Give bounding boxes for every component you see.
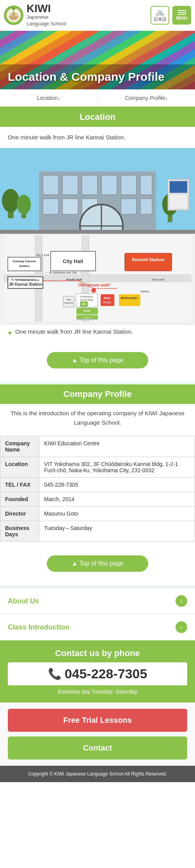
svg-rect-20	[62, 199, 78, 214]
svg-text:McDonald's: McDonald's	[121, 296, 138, 300]
jp-label: 日本語	[154, 16, 167, 22]
svg-text:Chūōdairoku: Chūōdairoku	[80, 295, 93, 298]
table-value: Masumu Goto	[39, 507, 195, 521]
svg-text:One minute walk!: One minute walk!	[78, 283, 110, 287]
bullet-icon: ●	[8, 329, 12, 337]
svg-rect-44	[125, 253, 172, 271]
hero-title: Location & Company Profile	[8, 70, 187, 84]
svg-text:Furo-chō: Furo-chō	[152, 278, 165, 281]
location-section: Location One minute walk from JR line Ka…	[0, 107, 195, 382]
svg-rect-31	[170, 181, 187, 193]
table-row: TEL / FAX 045-228-7305	[0, 478, 195, 492]
hero-image: Location & Company Profile	[0, 31, 195, 89]
table-row: Founded March, 2014	[0, 492, 195, 507]
svg-point-9	[2, 189, 19, 212]
menu-button[interactable]: MENU	[172, 6, 191, 25]
table-row: Location VIT Yokohama 302, 3F Chūōdairok…	[0, 457, 195, 478]
svg-rect-27	[0, 230, 195, 234]
accordion-class-arrow: ›	[176, 621, 187, 633]
table-value: Tuesday～Saturday	[39, 521, 195, 542]
svg-rect-17	[121, 175, 136, 195]
table-row: Business Days Tuesday～Saturday	[0, 521, 195, 542]
company-description: This is the introduction of the operatin…	[0, 404, 195, 432]
svg-text:Japanese Language: Japanese Language	[76, 313, 99, 316]
svg-text:KIWI: KIWI	[83, 309, 90, 313]
table-row: Company Name KIWI Education Centre	[0, 436, 195, 457]
chevron-right-icon-2: ›	[180, 624, 182, 631]
building-svg	[0, 148, 195, 234]
accordion-class-label: Class Introduction	[8, 623, 69, 631]
svg-rect-16	[101, 175, 117, 195]
tab-location[interactable]: Location↓	[0, 89, 98, 107]
phone-number: 045-228-7305	[65, 666, 147, 681]
hero-overlay: Location & Company Profile	[0, 64, 195, 89]
accordion-about-us[interactable]: About Us ›	[0, 588, 195, 614]
location-top-btn[interactable]: ▲ Top of this page	[47, 352, 148, 368]
table-row: Director Masumu Goto	[0, 507, 195, 521]
footer-text: Copyright © KIWI Japanese Language Schoo…	[28, 771, 167, 777]
svg-rect-19	[43, 199, 58, 214]
svg-text:Burger: Burger	[103, 301, 112, 304]
svg-text:(inside VIT Yokohama): (inside VIT Yokohama)	[76, 318, 98, 320]
company-section: Company Profile This is the introduction…	[0, 384, 195, 585]
logo: KIWI Japanese Language School	[4, 3, 66, 27]
svg-point-6	[12, 7, 15, 10]
logo-sub: Japanese Language School	[27, 14, 66, 27]
table-label: Location	[0, 457, 39, 478]
svg-text:Mos: Mos	[104, 296, 111, 300]
header: KIWI Japanese Language School 🚲 日本語 MENU	[0, 0, 195, 31]
business-days: Business day Tuesday- Saturday	[8, 688, 187, 695]
svg-text:machine: machine	[64, 302, 73, 304]
table-label: TEL / FAX	[0, 478, 39, 492]
kiwi-logo-icon	[4, 5, 23, 25]
table-value: March, 2014	[39, 492, 195, 507]
table-value: VIT Yokohama 302, 3F Chūōdairoku Kannai …	[39, 457, 195, 478]
company-table: Company Name KIWI Education Centre Locat…	[0, 436, 195, 542]
company-top-btn-wrap: ▲ Top of this page	[0, 546, 195, 585]
accordion-class-intro[interactable]: Class Introduction ›	[0, 614, 195, 640]
svg-point-4	[15, 13, 18, 16]
header-right: 🚲 日本語 MENU	[151, 6, 191, 25]
contact-button[interactable]: Contact	[8, 736, 187, 760]
accordion-about-arrow: ›	[176, 595, 187, 607]
table-label: Director	[0, 507, 39, 521]
svg-rect-23	[140, 199, 152, 214]
svg-text:→ To Ishikawa-chō Sta. →: → To Ishikawa-chō Sta. →	[45, 271, 82, 274]
svg-text:Kannai Bldg: Kannai Bldg	[80, 299, 93, 301]
phone-row: 📞 045-228-7305	[8, 662, 187, 685]
jp-button[interactable]: 🚲 日本語	[151, 6, 169, 25]
svg-text:ATM: ATM	[66, 299, 71, 301]
nav-tabs: Location↓ Company Profile↓	[0, 89, 195, 107]
japan-flag-icon: 🚲	[156, 8, 164, 16]
free-trial-button[interactable]: Free Trial Lessons	[8, 709, 187, 732]
svg-text:JR Kannai Station: JR Kannai Station	[9, 282, 42, 286]
location-top-btn-wrap: ▲ Top of this page	[0, 342, 195, 382]
svg-rect-13	[43, 175, 58, 195]
logo-text: KIWI Japanese Language School	[27, 3, 66, 27]
svg-text:Baseball Stadium: Baseball Stadium	[132, 258, 164, 262]
location-description: One minute walk from JR line Kannai Stat…	[0, 127, 195, 148]
company-heading: Company Profile	[0, 384, 195, 404]
hamburger-icon	[177, 10, 186, 15]
location-heading: Location	[0, 107, 195, 127]
contact-section: Contact us by phone 📞 045-228-7305 Busin…	[0, 640, 195, 703]
location-bullet-text: One minute walk from JR line Kannai Stat…	[15, 328, 133, 335]
table-label: Founded	[0, 492, 39, 507]
contact-title: Contact us by phone	[8, 648, 187, 658]
location-map: Subway Kannai Station No.1 Exit City Hal…	[4, 236, 191, 322]
logo-kiwi: KIWI	[27, 3, 66, 14]
tab-company-profile[interactable]: Company Profile↓	[98, 89, 195, 107]
svg-rect-18	[140, 175, 152, 195]
accordion-about-label: About Us	[8, 597, 39, 605]
svg-text:various: various	[140, 290, 149, 293]
accordion-section: About Us › Class Introduction ›	[0, 588, 195, 640]
table-value: KIWI Education Centre	[39, 436, 195, 457]
svg-rect-32	[170, 195, 187, 208]
company-top-btn[interactable]: ▲ Top of this page	[47, 555, 148, 572]
phone-icon: 📞	[48, 667, 62, 680]
svg-text:Subway Kannai: Subway Kannai	[12, 260, 35, 263]
footer: Copyright © KIWI Japanese Language Schoo…	[0, 766, 195, 782]
svg-rect-15	[82, 175, 98, 195]
location-bullet: ● One minute walk from JR line Kannai St…	[0, 325, 195, 342]
svg-rect-22	[121, 199, 136, 214]
